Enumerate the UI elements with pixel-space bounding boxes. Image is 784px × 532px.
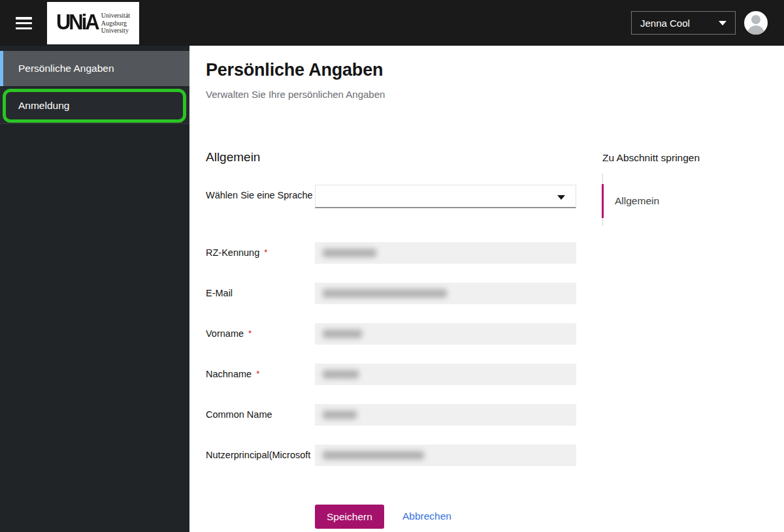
rz-kennung-input — [315, 242, 576, 264]
field-label-email: E-Mail — [206, 288, 314, 298]
field-label-sprache: Wählen Sie eine Sprache — [206, 187, 314, 204]
redacted-value — [323, 289, 447, 298]
save-button[interactable]: Speichern — [315, 505, 384, 529]
section-title: Allgemein — [206, 150, 260, 164]
cancel-link[interactable]: Abbrechen — [402, 510, 451, 522]
language-select[interactable] — [315, 185, 576, 208]
avatar[interactable] — [744, 11, 768, 35]
sidebar: Persönliche Angaben Anmeldung — [0, 46, 189, 532]
chevron-down-icon — [557, 195, 565, 200]
user-name: Jenna Cool — [640, 18, 690, 29]
field-label-vorname: Vorname* — [206, 328, 314, 339]
topbar: UNiA Universität Augsburg University Jen… — [0, 0, 784, 46]
hamburger-menu-icon[interactable] — [16, 17, 32, 29]
required-asterisk: * — [264, 247, 267, 257]
nachname-input — [315, 364, 576, 385]
common-name-input — [315, 404, 576, 426]
university-logo[interactable]: UNiA Universität Augsburg University — [47, 2, 139, 44]
field-label-common-name: Common Name — [206, 409, 314, 420]
field-label-nachname: Nachname* — [206, 369, 314, 379]
page-subtitle: Verwalten Sie Ihre persönlichen Angaben — [206, 89, 385, 100]
sidebar-item-anmeldung[interactable]: Anmeldung — [0, 87, 189, 124]
sidebar-item-persoenliche-angaben[interactable]: Persönliche Angaben — [0, 51, 189, 86]
jump-link-allgemein[interactable]: Allgemein — [602, 184, 672, 218]
unia-logo-mark: UNiA — [56, 12, 98, 35]
required-asterisk: * — [248, 328, 252, 338]
redacted-value — [323, 370, 359, 379]
jump-nav-heading: Zu Abschnitt springen — [602, 152, 700, 164]
redacted-value — [323, 249, 376, 257]
main-content: Persönliche Angaben Verwalten Sie Ihre p… — [189, 46, 784, 532]
redacted-value — [323, 330, 362, 338]
email-input — [315, 283, 576, 304]
redacted-value — [323, 451, 424, 460]
field-label-nutzerprincipal: Nutzerprincipal(Microsoft — [206, 450, 314, 460]
avatar-person-icon — [751, 15, 760, 24]
sidebar-item-label: Persönliche Angaben — [18, 63, 114, 74]
field-label-rz-kennung: RZ-Kennung* — [206, 247, 314, 258]
chevron-down-icon — [719, 21, 727, 25]
nutzerprincipal-input — [315, 445, 576, 466]
sidebar-item-label: Anmeldung — [18, 100, 69, 112]
user-dropdown[interactable]: Jenna Cool — [631, 11, 736, 35]
university-logo-text: Universität Augsburg University — [101, 12, 130, 35]
vorname-input — [315, 323, 576, 345]
page-title: Persönliche Angaben — [206, 60, 383, 80]
required-asterisk: * — [256, 369, 259, 379]
jump-nav: Allgemein — [602, 174, 672, 226]
redacted-value — [323, 411, 357, 419]
